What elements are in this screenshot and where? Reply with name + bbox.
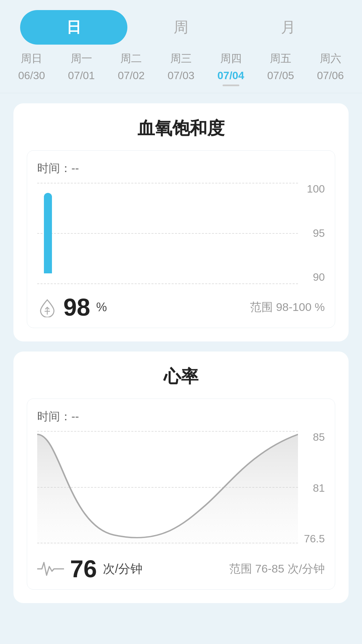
- weekday-thu: 周四: [206, 51, 256, 66]
- hr-footer-left: 76 次/分钟: [37, 555, 142, 583]
- spo2-title: 血氧饱和度: [27, 117, 335, 140]
- spo2-y-95: 95: [313, 227, 325, 239]
- spo2-hline-90: [37, 283, 298, 284]
- hr-y-labels: 85 81 76.5: [301, 431, 325, 545]
- date-header: 06/30 07/01 07/02 07/03 07/04 07/05 07/0…: [0, 67, 362, 93]
- spo2-hline-95: [37, 233, 298, 234]
- hr-chart-inner: [37, 431, 298, 545]
- hr-footer: 76 次/分钟 范围 76-85 次/分钟: [37, 552, 325, 583]
- spo2-value: 98: [63, 293, 90, 321]
- hr-icon: [37, 560, 64, 578]
- weekday-fri: 周五: [256, 51, 306, 66]
- hr-chart-area: 85 81 76.5: [37, 431, 325, 545]
- hr-title: 心率: [27, 365, 335, 388]
- spo2-footer: 98 % 范围 98-100 %: [37, 290, 325, 321]
- weekday-sat: 周六: [305, 51, 355, 66]
- hr-value: 76: [70, 555, 97, 583]
- spo2-unit: %: [96, 300, 107, 314]
- hr-y-765: 76.5: [304, 533, 325, 545]
- spo2-y-100: 100: [307, 183, 325, 195]
- tab-bar: 日 周 月: [0, 0, 362, 48]
- weekday-wed: 周三: [156, 51, 206, 66]
- hr-card: 心率 时间：--: [13, 352, 349, 603]
- spo2-chart-card: 时间：-- 100 95 90: [27, 150, 335, 328]
- spo2-chart-inner: [37, 183, 298, 283]
- hr-chart-card: 时间：--: [27, 398, 335, 590]
- weekday-sun: 周日: [7, 51, 57, 66]
- hr-time-label: 时间：--: [37, 409, 325, 424]
- tab-week[interactable]: 周: [127, 10, 235, 45]
- hr-y-81: 81: [313, 482, 325, 494]
- spo2-chart-area: 100 95 90: [37, 183, 325, 283]
- spo2-y-90: 90: [313, 271, 325, 283]
- spo2-hline-100: [37, 183, 298, 183]
- date-0704[interactable]: 07/04: [206, 69, 256, 86]
- date-0702[interactable]: 07/02: [106, 69, 156, 86]
- date-0701[interactable]: 07/01: [57, 69, 107, 86]
- spo2-section: 血氧饱和度 时间：-- 100 95 90: [7, 103, 355, 341]
- tab-day[interactable]: 日: [20, 10, 127, 45]
- tab-month[interactable]: 月: [235, 10, 342, 45]
- spo2-y-labels: 100 95 90: [301, 183, 325, 283]
- hr-y-85: 85: [313, 431, 325, 443]
- week-header: 周日 周一 周二 周三 周四 周五 周六: [0, 48, 362, 67]
- hr-section: 心率 时间：--: [7, 352, 355, 603]
- hr-unit: 次/分钟: [103, 561, 142, 577]
- weekday-mon: 周一: [57, 51, 107, 66]
- spo2-bar: [44, 193, 52, 273]
- spo2-range: 范围 98-100 %: [250, 300, 325, 315]
- spo2-footer-left: 98 %: [37, 293, 107, 321]
- date-0630[interactable]: 06/30: [7, 69, 57, 86]
- hr-curve: [37, 431, 298, 545]
- spo2-time-label: 时间：--: [37, 161, 325, 176]
- date-0705[interactable]: 07/05: [256, 69, 306, 86]
- spo2-card: 血氧饱和度 时间：-- 100 95 90: [13, 103, 349, 341]
- weekday-tue: 周二: [106, 51, 156, 66]
- spo2-icon: [37, 297, 57, 317]
- date-0706[interactable]: 07/06: [305, 69, 355, 86]
- date-0703[interactable]: 07/03: [156, 69, 206, 86]
- hr-range: 范围 76-85 次/分钟: [229, 561, 325, 577]
